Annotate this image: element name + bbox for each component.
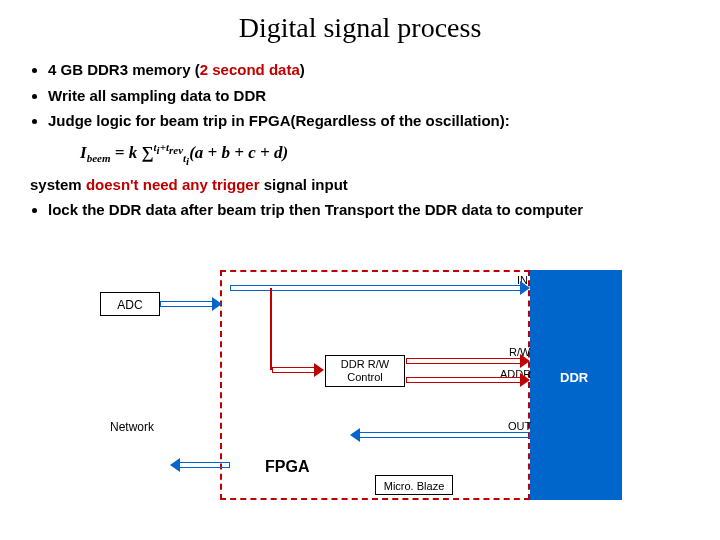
- bullet-item: lock the DDR data after beam trip then T…: [48, 200, 720, 220]
- arrow-adc-to-fpga: [160, 299, 222, 309]
- bullet-text: signal input: [259, 176, 347, 193]
- formula-sub: beem: [87, 152, 111, 164]
- bullet-text: system: [30, 176, 86, 193]
- ctrl-label-2: Control: [347, 371, 382, 383]
- network-label: Network: [110, 420, 154, 434]
- arrow-rw: [406, 356, 530, 366]
- bullet-text: 4 GB DDR3 memory (: [48, 61, 200, 78]
- bullet-item: Write all sampling data to DDR: [48, 86, 720, 106]
- arrow-to-control: [272, 365, 324, 375]
- bullet-list-2: system doesn't need any trigger signal i…: [48, 175, 720, 220]
- fpga-label: FPGA: [265, 458, 309, 476]
- bullet-text: ): [300, 61, 305, 78]
- formula-sup: ti+trev: [154, 141, 184, 153]
- formula-rhs: (a + b + c + d): [189, 142, 288, 161]
- bullet-text-red: doesn't need any trigger: [86, 176, 260, 193]
- ddr-label: DDR: [560, 370, 588, 385]
- bullet-list: 4 GB DDR3 memory (2 second data) Write a…: [48, 60, 720, 131]
- arrow-addr: [406, 375, 530, 385]
- page-title: Digital signal process: [0, 0, 720, 44]
- arrow-out: [350, 430, 530, 440]
- formula-lhs: I: [80, 142, 87, 161]
- arrow-in: [230, 283, 530, 293]
- bullet-item: Judge logic for beam trip in FPGA(Regard…: [48, 111, 720, 131]
- arrow-network: [170, 460, 230, 470]
- formula-eq: = k ∑: [110, 142, 153, 161]
- adc-block: ADC: [100, 292, 160, 316]
- ctrl-label-1: DDR R/W: [341, 358, 389, 370]
- formula: Ibeem = k ∑ti+trevti(a + b + c + d): [80, 141, 720, 167]
- block-diagram: ADC DDR R/W Control Micro. Blaze FPGA DD…: [90, 270, 650, 520]
- microblaze-block: Micro. Blaze: [375, 475, 453, 495]
- ddr-box: [530, 270, 622, 500]
- ddr-control-block: DDR R/W Control: [325, 355, 405, 387]
- bullet-text-red: 2 second data: [200, 61, 300, 78]
- connector-vertical: [270, 288, 272, 370]
- bullet-item: system doesn't need any trigger signal i…: [30, 175, 720, 195]
- bullet-item: 4 GB DDR3 memory (2 second data): [48, 60, 720, 80]
